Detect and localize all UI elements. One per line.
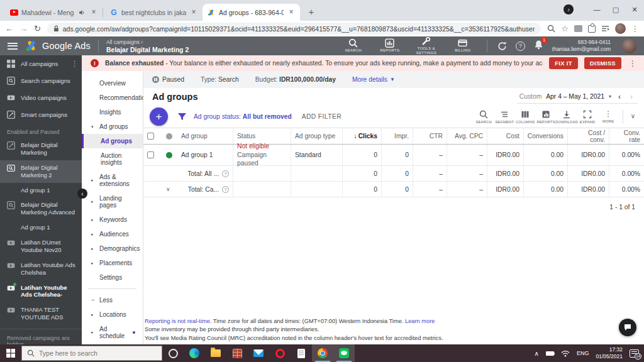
dismiss-button[interactable]: DISMISS xyxy=(584,57,621,69)
nav-item-ad-schedule[interactable]: ▸Ad schedule xyxy=(82,322,143,343)
campaign-item[interactable]: Latihan Youtube Ads Chelshea xyxy=(0,258,82,280)
nav-item-overview[interactable]: Overview xyxy=(82,76,143,90)
row-checkbox[interactable] xyxy=(147,151,154,158)
new-tab-button[interactable]: + xyxy=(304,4,319,19)
col-ad-group-type[interactable]: Ad group type xyxy=(291,128,342,144)
fix-it-button[interactable]: FIX IT xyxy=(549,57,578,69)
adgroup-item[interactable]: Ad group 1 xyxy=(0,220,82,235)
language-indicator[interactable]: ENG xyxy=(577,350,589,356)
more-details-link[interactable]: More details▼ xyxy=(352,76,395,83)
col-cost[interactable]: Cost xyxy=(487,128,523,144)
more-tool-button[interactable]: ⋮ MORE xyxy=(598,110,619,123)
zoom-icon[interactable] xyxy=(547,25,555,33)
help-icon[interactable]: ? xyxy=(516,41,525,51)
menu-icon[interactable] xyxy=(8,43,18,50)
nav-item-less[interactable]: −Less xyxy=(82,293,143,307)
refresh-icon[interactable] xyxy=(497,41,507,51)
campaign-item[interactable]: Belajar Digital Marketing xyxy=(0,138,82,160)
browser-tab-youtube[interactable]: Mahadewi - Mengapa Oh M × xyxy=(5,4,103,21)
previous-period-icon[interactable]: ‹ xyxy=(616,92,623,101)
cortana-button[interactable] xyxy=(162,344,184,362)
collapse-sidebar-button[interactable]: ‹ xyxy=(77,189,87,199)
col-status[interactable]: Status xyxy=(233,128,291,144)
sidebar-item-smart-campaigns[interactable]: Smart campaigns xyxy=(0,106,82,123)
campaigns-menu-icon[interactable]: ⋮ xyxy=(71,60,78,68)
tab-audio-icon[interactable] xyxy=(77,8,86,17)
sidebar-item-search-campaigns[interactable]: Search campaigns xyxy=(0,72,82,89)
learn-more-link[interactable]: Learn more xyxy=(405,318,435,324)
close-button[interactable]: ✕ xyxy=(625,1,644,18)
word-button[interactable] xyxy=(291,344,312,362)
address-bar[interactable]: ads.google.com/aw/adgroups?campaignId=10… xyxy=(47,23,541,35)
nav-item-recommendations[interactable]: Recommendations xyxy=(82,90,143,105)
col-avg-cpc[interactable]: Avg. CPC xyxy=(447,128,487,144)
tools-settings-button[interactable]: TOOLS & SETTINGS xyxy=(413,36,440,55)
filter-chip[interactable]: Ad group status: All but removed xyxy=(194,113,292,120)
breadcrumb-parent[interactable]: All campaigns › xyxy=(106,39,189,45)
next-period-icon[interactable]: › xyxy=(628,92,635,101)
reports-nav-button[interactable]: REPORTS xyxy=(376,38,404,53)
billing-nav-button[interactable]: BILLING xyxy=(449,38,477,53)
sidebar-item-all-campaigns[interactable]: All campaigns ⋮ xyxy=(0,55,82,72)
col-impr[interactable]: Impr. xyxy=(381,128,413,144)
account-avatar[interactable] xyxy=(622,39,636,53)
nav-item-placements[interactable]: ▸Placements xyxy=(82,256,143,270)
reporting-link[interactable]: Reporting is not real-time. xyxy=(145,318,211,324)
col-cost-conv[interactable]: Cost / conv. xyxy=(567,128,609,144)
tab-close-icon[interactable]: × xyxy=(189,8,198,17)
select-all-checkbox[interactable] xyxy=(147,133,154,140)
bookmark-star-icon[interactable]: ☆ xyxy=(561,24,569,33)
taskbar-search[interactable] xyxy=(21,346,162,361)
nav-item-keywords[interactable]: ▸Keywords xyxy=(82,212,143,227)
browser-profile-avatar[interactable] xyxy=(615,23,626,34)
col-ad-group[interactable]: Ad group xyxy=(177,128,233,144)
nav-item-ad-groups[interactable]: Ad groups xyxy=(82,134,143,148)
browser-tab-adgroups[interactable]: Ad groups - 683-964-0411 - Goo × xyxy=(203,4,300,21)
search-nav-button[interactable]: SEARCH xyxy=(340,38,367,53)
reports-tool-button[interactable]: REPORTS xyxy=(536,110,557,124)
nav-item-settings[interactable]: Settings xyxy=(82,270,143,285)
expand-tool-button[interactable]: EXPAND xyxy=(577,110,598,124)
col-clicks[interactable]: ↓Clicks xyxy=(342,128,381,144)
ad-group-link[interactable]: Ad group 1 xyxy=(177,145,233,165)
col-conv-rate[interactable]: Conv. rate xyxy=(609,128,644,144)
campaign-item[interactable]: Belajar Digital Marketing Advanced xyxy=(0,197,82,220)
adgroup-item[interactable]: Ad group 1 xyxy=(0,183,82,198)
store-app-button[interactable] xyxy=(226,344,248,362)
extensions-puzzle-icon[interactable] xyxy=(588,25,596,33)
nav-item-locations[interactable]: ▸Locations xyxy=(82,307,143,322)
campaign-item-selected[interactable]: Belajar Digital Marketing 2 xyxy=(0,160,82,183)
battery-icon[interactable] xyxy=(546,351,554,356)
segment-tool-button[interactable]: SEGMENT xyxy=(494,110,515,124)
tab-close-icon[interactable]: × xyxy=(287,8,296,17)
start-button[interactable] xyxy=(0,344,21,362)
nav-item-demographics[interactable]: ▸Demographics xyxy=(82,241,143,256)
help-icon[interactable]: ? xyxy=(222,186,229,193)
maximize-button[interactable]: ▢ xyxy=(606,1,625,18)
sidebar-item-video-campaigns[interactable]: Video campaigns xyxy=(0,89,82,106)
nav-item-audiences[interactable]: ▸Audiences xyxy=(82,227,143,241)
clock[interactable]: 17:32 01/05/2021 xyxy=(596,346,623,359)
campaign-item[interactable]: THANIA TEST YOUTUBE ADS xyxy=(0,302,82,325)
nav-item-auction-insights[interactable]: Auction insights xyxy=(82,148,143,170)
browser-menu-icon[interactable]: ⋮ xyxy=(631,25,639,33)
extension-icon[interactable] xyxy=(574,25,582,32)
campaign-item-enabled[interactable]: Latihan Youtube Ads Chelshea- xyxy=(0,280,82,303)
enabled-status-dot[interactable] xyxy=(166,152,172,158)
forward-icon[interactable]: → xyxy=(19,24,28,33)
opera-button[interactable] xyxy=(269,344,291,362)
tab-close-icon[interactable]: × xyxy=(89,8,98,17)
back-icon[interactable]: ← xyxy=(5,24,13,33)
taskbar-search-input[interactable] xyxy=(39,349,146,357)
file-explorer-button[interactable] xyxy=(205,344,226,362)
date-range-picker[interactable]: Custom Apr 4 – May 1, 2021 ▾ ‹ › xyxy=(517,90,638,104)
nav-item-landing-pages[interactable]: ▸Landing pages xyxy=(82,191,143,212)
line-button[interactable] xyxy=(333,344,355,362)
wifi-icon[interactable] xyxy=(561,350,570,357)
chat-assistant-button[interactable] xyxy=(619,319,636,336)
add-ad-group-button[interactable]: + xyxy=(150,107,168,126)
nav-item-insights[interactable]: Insights xyxy=(82,105,143,119)
columns-tool-button[interactable]: COLUMNS xyxy=(515,110,536,124)
collapse-toolbar-icon[interactable]: ∨ xyxy=(627,110,639,122)
alert-menu-icon[interactable]: ⋮ xyxy=(628,59,638,68)
